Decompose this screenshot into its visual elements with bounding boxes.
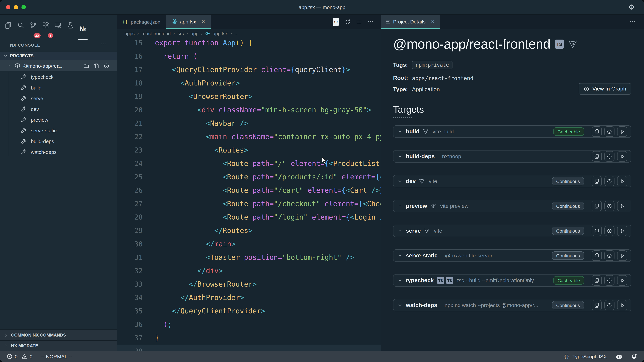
code-line-29[interactable]: 29</Routes> [117,224,381,237]
code-line-20[interactable]: 20<div className="min-h-screen bg-gray-5… [117,103,381,117]
more-actions-icon[interactable]: ··· [630,19,636,25]
view-icon[interactable] [604,201,614,211]
copy-icon[interactable] [592,275,602,286]
code-line-23[interactable]: 23<Routes> [117,143,381,157]
code-line-27[interactable]: 27<Route path="/checkout" element={<Chec… [117,197,381,211]
maximize-window-button[interactable] [22,5,26,9]
code-line-18[interactable]: 18<AuthProvider> [117,76,381,90]
code-line-36[interactable]: 36); [117,318,381,331]
explorer-icon[interactable] [2,22,14,36]
code-line-34[interactable]: 34</AuthProvider> [117,291,381,304]
test-flask-icon[interactable] [64,22,76,36]
close-window-button[interactable] [6,5,10,9]
extensions-icon[interactable]: 1 [39,22,52,36]
view-icon[interactable] [604,176,614,186]
sidebar-section-nx-migrate[interactable]: NX MIGRATE [0,340,117,351]
chevron-down-icon[interactable] [398,278,402,283]
run-target-icon[interactable] [617,226,627,236]
copy-icon[interactable] [592,151,602,162]
code-line-25[interactable]: 25<Route path="/products/:id" element={<… [117,170,381,184]
code-line-16[interactable]: 16return ( [117,50,381,63]
view-icon[interactable] [604,250,614,261]
nx-console-icon[interactable]: N≥ [76,22,89,36]
sidebar-target-build[interactable]: build [0,82,117,93]
sidebar-section-common-nx-commands[interactable]: COMMON NX COMMANDS [0,330,117,340]
target-row-build[interactable]: build vite build Cacheable [393,125,631,138]
breadcrumb-item[interactable]: ... [234,31,238,36]
project-details-editor-icon[interactable]: ⚙ [333,18,339,26]
breadcrumb-item[interactable]: src [178,31,184,36]
remote-explorer-icon[interactable] [52,22,64,36]
source-control-icon[interactable]: 32 [27,22,39,36]
code-line-35[interactable]: 35</QueryClientProvider> [117,304,381,318]
chevron-down-icon[interactable] [398,229,402,233]
tab-app-tsx[interactable]: app.tsx ✕ [166,15,211,29]
code-line-21[interactable]: 21<Navbar /> [117,117,381,130]
code-line-31[interactable]: 31<Toaster position="bottom-right" /> [117,251,381,264]
tab-package-json[interactable]: {} package.json [117,15,166,29]
sidebar-target-serve-static[interactable]: serve-static [0,125,117,136]
folder-icon[interactable] [84,63,89,68]
close-tab-icon[interactable]: ✕ [431,19,434,24]
sidebar-target-serve[interactable]: serve [0,93,117,104]
view-icon[interactable] [604,226,614,236]
code-line-22[interactable]: 22<main className="container mx-auto px-… [117,130,381,143]
sidebar-target-watch-deps[interactable]: watch-deps [0,146,117,157]
search-icon[interactable] [14,22,27,36]
run-target-icon[interactable] [617,275,627,286]
chevron-down-icon[interactable] [398,129,402,134]
code-line-33[interactable]: 33</BrowserRouter> [117,278,381,291]
target-row-serve-static[interactable]: serve-static @nx/web:file-server Continu… [393,249,631,262]
code-line-32[interactable]: 32</div> [117,264,381,278]
code-line-15[interactable]: 15export function App() { [117,36,381,50]
chevron-down-icon[interactable] [398,303,402,307]
split-editor-icon[interactable] [356,19,362,25]
code-line-19[interactable]: 19<BrowserRouter> [117,90,381,103]
view-in-graph-button[interactable]: View In Graph [578,83,631,94]
minimize-window-button[interactable] [14,5,18,9]
refresh-icon[interactable] [345,19,350,25]
projects-section-header[interactable]: PROJECTS [0,52,117,60]
chevron-down-icon[interactable] [398,204,402,208]
settings-gear-icon[interactable]: ⚙ [628,3,634,11]
copilot-icon[interactable] [616,353,623,360]
breadcrumb-item[interactable]: app.tsx [213,31,228,36]
code-line-37[interactable]: 37} [117,331,381,345]
view-icon[interactable] [604,275,614,286]
run-target-icon[interactable] [617,250,627,261]
code-line-26[interactable]: 26<Route path="/cart" element={<Cart />}… [117,184,381,197]
sidebar-project-row[interactable]: @mono-app/rea... [0,60,117,71]
view-icon[interactable] [604,126,614,137]
sidebar-target-preview[interactable]: preview [0,114,117,125]
run-target-icon[interactable] [617,201,627,211]
view-icon[interactable] [604,151,614,162]
target-row-preview[interactable]: preview vite preview Continuous [393,200,631,212]
run-target-icon[interactable] [617,176,627,186]
copy-icon[interactable] [592,250,602,261]
tab-project-details[interactable]: Project Details ✕ [381,15,440,29]
problems-indicator[interactable]: 0 0 [7,354,32,359]
more-actions-icon[interactable]: ··· [368,19,374,25]
chevron-down-icon[interactable] [398,179,402,183]
breadcrumb-item[interactable]: app [190,31,198,36]
code-line-28[interactable]: 28<Route path="/login" element={<Login /… [117,211,381,224]
target-row-build-deps[interactable]: build-deps nx:noop [393,150,631,163]
target-row-dev[interactable]: dev vite Continuous [393,175,631,187]
language-mode[interactable]: TypeScript JSX [572,354,607,359]
breadcrumb-item[interactable]: react-frontend [142,31,170,36]
bullseye-icon[interactable] [104,63,109,68]
sidebar-target-dev[interactable]: dev [0,104,117,114]
chevron-down-icon[interactable] [398,154,402,159]
target-row-typecheck[interactable]: typecheck TS TS tsc --build --emitDeclar… [393,274,631,287]
breadcrumb-item[interactable]: apps [124,31,135,36]
sidebar-more-actions-icon[interactable]: ··· [100,41,107,48]
sidebar-target-build-deps[interactable]: build-deps [0,136,117,146]
target-row-watch-deps[interactable]: watch-deps npx nx watch --projects @mono… [393,299,631,311]
notifications-bell-icon[interactable] [631,353,637,360]
view-icon[interactable] [604,300,614,310]
copy-icon[interactable] [592,300,602,310]
close-tab-icon[interactable]: ✕ [202,19,205,24]
sidebar-target-typecheck[interactable]: typecheck [0,71,117,82]
code-line-38[interactable]: 38 [117,345,381,351]
code-editor[interactable]: 15export function App() {16return (17<Qu… [117,36,381,351]
